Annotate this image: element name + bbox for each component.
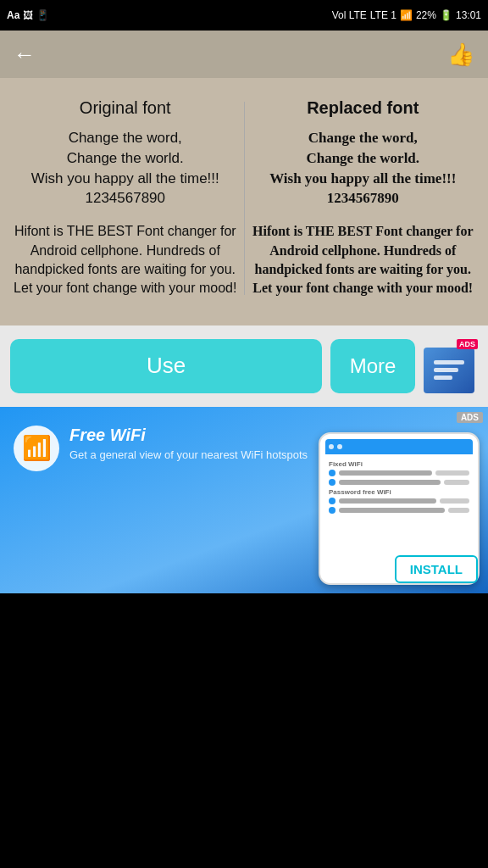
top-nav: ← 👍 xyxy=(0,31,488,78)
wifi-icon-circle: 📶 xyxy=(14,426,59,471)
original-font-column: Original font Change the word,Change the… xyxy=(7,92,244,305)
bottom-buttons-bar: Use More ADS xyxy=(0,326,488,407)
image-icon: 🖼 xyxy=(23,9,33,21)
signal-bars-icon: 📶 xyxy=(400,9,413,21)
like-button[interactable]: 👍 xyxy=(447,42,474,68)
dot-4 xyxy=(329,507,336,514)
install-button[interactable]: INSTALL xyxy=(395,555,478,583)
status-bar-right: Vol LTE LTE 1 📶 22% 🔋 13:01 xyxy=(332,9,481,21)
clock: 13:01 xyxy=(456,9,481,21)
ads-badge: ADS xyxy=(457,339,478,349)
phone-dot-1 xyxy=(329,444,334,449)
phone-dot-2 xyxy=(337,444,342,449)
text-line-8 xyxy=(448,508,469,513)
more-button[interactable]: More xyxy=(330,339,415,393)
ad-line-3 xyxy=(434,376,452,380)
phone-row-1 xyxy=(329,470,469,476)
replaced-sample-text-2: Hifont is THE BEST Font changer for Andr… xyxy=(252,222,475,298)
phone-row-2 xyxy=(329,479,469,486)
original-sample-text-2: Hifont is THE BEST Font changer for Andr… xyxy=(14,222,237,298)
font-compare: Original font Change the word,Change the… xyxy=(7,92,481,305)
text-line-1 xyxy=(339,470,432,476)
phone-row-3 xyxy=(329,498,469,504)
ad-icon-lines xyxy=(434,360,464,380)
lte-indicator: LTE 1 xyxy=(370,9,396,21)
use-button[interactable]: Use xyxy=(10,339,322,393)
ad-icon-box xyxy=(424,348,474,393)
ads-label: ADS xyxy=(457,412,483,423)
replaced-sample-text-1: Change the word,Change the world.Wish yo… xyxy=(252,128,475,209)
dot-3 xyxy=(329,498,336,504)
replaced-font-column: Replaced font Change the word,Change the… xyxy=(245,92,482,305)
phone-screen-header xyxy=(325,439,473,454)
status-bar: Aa 🖼 📱 Vol LTE LTE 1 📶 22% 🔋 13:01 xyxy=(0,0,488,31)
ad-line-1 xyxy=(434,360,464,364)
text-line-2 xyxy=(435,470,469,476)
text-line-3 xyxy=(339,480,441,485)
ad-icon-container[interactable]: ADS xyxy=(424,339,478,393)
phone-row-4 xyxy=(329,507,469,514)
back-button[interactable]: ← xyxy=(14,42,36,68)
main-content: Original font Change the word,Change the… xyxy=(0,78,488,326)
status-bar-left: Aa 🖼 📱 xyxy=(7,9,49,21)
original-font-header: Original font xyxy=(14,98,237,118)
battery-level: 22% xyxy=(416,9,436,21)
text-line-4 xyxy=(444,480,469,485)
vol-lte-indicator: Vol LTE xyxy=(332,9,367,21)
wifi-icon: 📶 xyxy=(22,434,52,462)
dot-1 xyxy=(329,470,336,476)
text-line-6 xyxy=(440,498,469,504)
phone-screen-body: Fixed WiFi Password free WiFi xyxy=(325,454,473,520)
text-line-7 xyxy=(339,508,445,513)
replaced-font-header: Replaced font xyxy=(252,98,475,118)
ad-line-2 xyxy=(434,368,458,372)
sim-icon: 📱 xyxy=(36,9,49,21)
dot-2 xyxy=(329,479,336,486)
aa-icon: Aa xyxy=(7,9,19,21)
fixed-wifi-label: Fixed WiFi xyxy=(329,460,469,468)
ad-banner: ADS 📶 Free WiFi Get a general view of yo… xyxy=(0,407,488,593)
password-wifi-label: Password free WiFi xyxy=(329,488,469,496)
original-sample-text-1: Change the word,Change the world.Wish yo… xyxy=(14,128,237,209)
battery-icon: 🔋 xyxy=(440,9,452,21)
text-line-5 xyxy=(339,498,436,504)
